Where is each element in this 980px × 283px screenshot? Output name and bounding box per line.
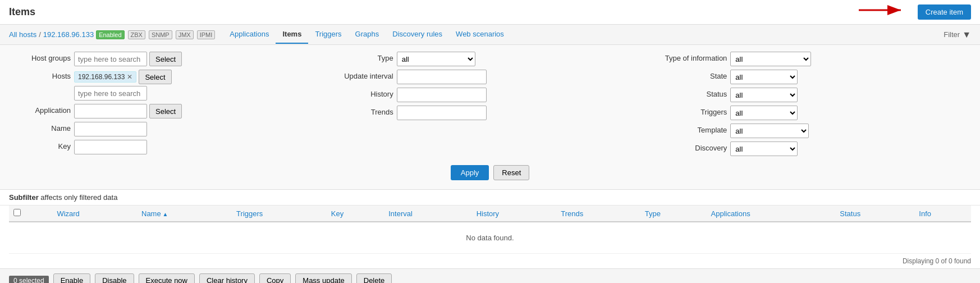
mass-update-button[interactable]: Mass update (295, 273, 351, 283)
col-history[interactable]: History (472, 206, 557, 222)
triggers-controls: all Yes No (730, 106, 798, 120)
copy-button[interactable]: Copy (259, 273, 291, 283)
triggers-label: Triggers (654, 106, 727, 116)
subfilter-text: Subfilter (9, 193, 39, 202)
col-interval[interactable]: Interval (384, 206, 471, 222)
filter-label: Filter (944, 30, 960, 39)
history-input[interactable] (397, 88, 487, 102)
delete-button[interactable]: Delete (356, 273, 392, 283)
pager: Displaying 0 of 0 found (0, 254, 980, 268)
host-groups-label: Host groups (9, 52, 71, 62)
filter-row-template: Template all (654, 124, 965, 138)
status-controls: all Enabled Disabled (730, 88, 798, 102)
triggers-select[interactable]: all Yes No (730, 106, 798, 120)
filter-row-host-groups: Host groups Select (9, 52, 320, 66)
bottom-bar: 0 selected Enable Disable Execute now Cl… (0, 268, 980, 283)
update-interval-input[interactable] (397, 70, 487, 84)
subfilter-bar: Subfilter affects only filtered data (0, 190, 980, 206)
filter-row-application: Application Select (9, 104, 320, 118)
type-label: Type (332, 52, 393, 62)
arrow-indicator (853, 0, 909, 27)
history-controls (397, 88, 487, 102)
col-key[interactable]: Key (327, 206, 384, 222)
tab-web-scenarios[interactable]: Web scenarios (449, 25, 511, 44)
template-label: Template (654, 124, 727, 134)
breadcrumb-separator: / (39, 30, 41, 39)
application-select-button[interactable]: Select (149, 104, 182, 118)
trends-input[interactable] (397, 106, 487, 120)
template-select[interactable]: all (730, 124, 809, 138)
application-controls: Select (74, 104, 182, 118)
snmp-badge: SNMP (149, 30, 172, 39)
filter-row-trends: Trends (332, 106, 643, 120)
key-input[interactable] (74, 140, 147, 154)
host-groups-select-button[interactable]: Select (149, 52, 182, 66)
host-groups-controls: Select (74, 52, 182, 66)
trends-controls (397, 106, 487, 120)
trends-label: Trends (332, 106, 393, 116)
type-controls: all Zabbix agent SNMPv1 agent Zabbix tra… (397, 52, 475, 66)
type-of-info-select[interactable]: all Numeric (unsigned) Numeric (float) C… (730, 52, 811, 66)
col-type[interactable]: Type (640, 206, 707, 222)
col-trends[interactable]: Trends (556, 206, 640, 222)
ipmi-badge: IPMI (197, 30, 216, 39)
name-input[interactable] (74, 122, 147, 136)
clear-history-button[interactable]: Clear history (199, 273, 255, 283)
col-status[interactable]: Status (835, 206, 914, 222)
filter-toggle-area[interactable]: Filter ▼ (944, 30, 971, 40)
disable-button[interactable]: Disable (95, 273, 134, 283)
pager-text: Displaying 0 of 0 found (903, 257, 971, 265)
application-label: Application (9, 104, 71, 115)
breadcrumb: All hosts / 192.168.96.133 Enabled ZBX S… (9, 30, 216, 39)
host-link[interactable]: 192.168.96.133 (43, 30, 94, 39)
apply-button[interactable]: Apply (451, 165, 489, 180)
filter-row-triggers: Triggers all Yes No (654, 106, 965, 120)
hosts-tag-value: 192.168.96.133 (78, 73, 125, 81)
type-select[interactable]: all Zabbix agent SNMPv1 agent Zabbix tra… (397, 52, 475, 66)
create-item-button[interactable]: Create item (918, 4, 971, 20)
col-info: Info (914, 206, 971, 222)
filter-actions: Apply Reset (9, 159, 971, 182)
application-input[interactable] (74, 104, 147, 118)
host-groups-input[interactable] (74, 52, 147, 66)
all-hosts-link[interactable]: All hosts (9, 30, 36, 39)
hosts-tag: 192.168.96.133 ✕ (74, 71, 136, 83)
status-select[interactable]: all Enabled Disabled (730, 88, 798, 102)
tab-discovery-rules[interactable]: Discovery rules (386, 25, 449, 44)
reset-button[interactable]: Reset (493, 165, 529, 180)
nav-bar: All hosts / 192.168.96.133 Enabled ZBX S… (0, 25, 980, 45)
status-label: Status (654, 88, 727, 98)
hosts-tag-remove[interactable]: ✕ (127, 73, 132, 81)
zbx-badge: ZBX (128, 30, 145, 39)
tab-graphs[interactable]: Graphs (349, 25, 386, 44)
hosts-search-input[interactable] (74, 86, 147, 101)
state-select[interactable]: all Normal Not supported (730, 70, 798, 84)
filter-col-1: Host groups Select Hosts 192.168.96.133 … (9, 52, 326, 159)
enabled-badge: Enabled (96, 30, 124, 39)
subfilter-suffix: affects only filtered data (40, 193, 117, 202)
discovery-select[interactable]: all Yes No (730, 142, 798, 156)
select-all-checkbox[interactable] (13, 209, 21, 216)
no-data-row: No data found. (9, 222, 971, 254)
filter-row-type-of-info: Type of information all Numeric (unsigne… (654, 52, 965, 66)
name-controls (74, 122, 147, 136)
tab-triggers[interactable]: Triggers (308, 25, 348, 44)
type-of-info-controls: all Numeric (unsigned) Numeric (float) C… (730, 52, 811, 66)
discovery-controls: all Yes No (730, 142, 798, 156)
state-controls: all Normal Not supported (730, 70, 798, 84)
jmx-badge: JMX (176, 30, 194, 39)
filter-row-name: Name (9, 122, 320, 136)
filter-row-hosts: Hosts 192.168.96.133 ✕ Select (9, 70, 320, 101)
tab-applications[interactable]: Applications (223, 25, 276, 44)
enable-button[interactable]: Enable (53, 273, 90, 283)
items-table: Wizard Name Triggers Key Interval Histor… (9, 206, 971, 254)
execute-now-button[interactable]: Execute now (139, 273, 195, 283)
tab-items[interactable]: Items (276, 25, 308, 44)
hosts-label: Hosts (9, 70, 71, 80)
col-applications[interactable]: Applications (707, 206, 836, 222)
key-label: Key (9, 140, 71, 150)
key-controls (74, 140, 147, 154)
col-name[interactable]: Name (137, 206, 232, 222)
col-triggers: Triggers (232, 206, 327, 222)
hosts-select-button[interactable]: Select (139, 70, 171, 84)
